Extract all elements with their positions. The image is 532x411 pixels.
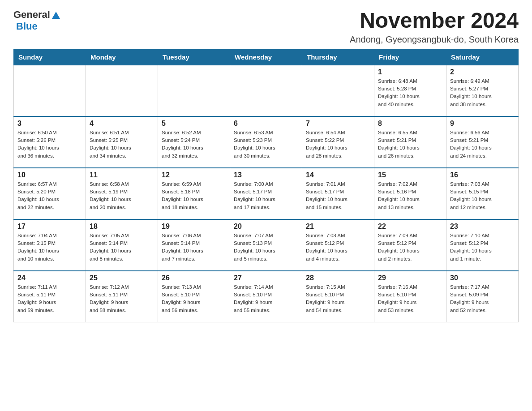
- calendar-cell: 25Sunrise: 7:12 AM Sunset: 5:11 PM Dayli…: [86, 271, 158, 322]
- day-number: 21: [306, 223, 370, 231]
- calendar-cell: 13Sunrise: 7:00 AM Sunset: 5:17 PM Dayli…: [230, 168, 302, 219]
- calendar-cell: 11Sunrise: 6:58 AM Sunset: 5:19 PM Dayli…: [86, 168, 158, 219]
- day-info: Sunrise: 7:02 AM Sunset: 5:16 PM Dayligh…: [378, 180, 442, 211]
- day-number: 22: [378, 223, 442, 231]
- day-number: 24: [17, 274, 82, 282]
- calendar-cell: 7Sunrise: 6:54 AM Sunset: 5:22 PM Daylig…: [302, 116, 374, 168]
- calendar-table: SundayMondayTuesdayWednesdayThursdayFrid…: [13, 49, 519, 323]
- day-info: Sunrise: 7:04 AM Sunset: 5:15 PM Dayligh…: [17, 232, 82, 263]
- calendar-week-2: 3Sunrise: 6:50 AM Sunset: 5:26 PM Daylig…: [14, 116, 519, 168]
- day-number: 11: [90, 171, 154, 179]
- calendar-week-3: 10Sunrise: 6:57 AM Sunset: 5:20 PM Dayli…: [14, 168, 519, 219]
- day-info: Sunrise: 6:51 AM Sunset: 5:25 PM Dayligh…: [90, 129, 154, 160]
- day-number: 27: [234, 274, 298, 282]
- calendar-cell: [302, 65, 374, 116]
- day-info: Sunrise: 7:12 AM Sunset: 5:11 PM Dayligh…: [90, 283, 154, 314]
- calendar-cell: 29Sunrise: 7:16 AM Sunset: 5:10 PM Dayli…: [374, 271, 446, 322]
- day-info: Sunrise: 6:48 AM Sunset: 5:28 PM Dayligh…: [378, 77, 442, 108]
- calendar-cell: 17Sunrise: 7:04 AM Sunset: 5:15 PM Dayli…: [14, 219, 86, 271]
- day-info: Sunrise: 6:55 AM Sunset: 5:21 PM Dayligh…: [378, 129, 442, 160]
- calendar-cell: 10Sunrise: 6:57 AM Sunset: 5:20 PM Dayli…: [14, 168, 86, 219]
- page-title: November 2024: [350, 9, 519, 33]
- day-info: Sunrise: 7:08 AM Sunset: 5:12 PM Dayligh…: [306, 232, 370, 263]
- day-info: Sunrise: 6:49 AM Sunset: 5:27 PM Dayligh…: [450, 77, 515, 108]
- calendar-header-sunday: Sunday: [14, 49, 86, 65]
- day-number: 8: [378, 120, 442, 128]
- calendar-header-thursday: Thursday: [302, 49, 374, 65]
- calendar-header-row: SundayMondayTuesdayWednesdayThursdayFrid…: [14, 49, 519, 65]
- calendar-cell: [230, 65, 302, 116]
- calendar-header-saturday: Saturday: [446, 49, 519, 65]
- day-info: Sunrise: 6:56 AM Sunset: 5:21 PM Dayligh…: [450, 129, 515, 160]
- day-number: 13: [234, 171, 298, 179]
- day-number: 6: [234, 120, 298, 128]
- calendar-cell: 12Sunrise: 6:59 AM Sunset: 5:18 PM Dayli…: [158, 168, 230, 219]
- day-info: Sunrise: 7:16 AM Sunset: 5:10 PM Dayligh…: [378, 283, 442, 314]
- day-info: Sunrise: 7:09 AM Sunset: 5:12 PM Dayligh…: [378, 232, 442, 263]
- day-info: Sunrise: 7:13 AM Sunset: 5:10 PM Dayligh…: [162, 283, 226, 314]
- day-info: Sunrise: 7:05 AM Sunset: 5:14 PM Dayligh…: [90, 232, 154, 263]
- day-number: 10: [17, 171, 82, 179]
- calendar-header-tuesday: Tuesday: [158, 49, 230, 65]
- logo: General Blue: [13, 9, 61, 32]
- day-info: Sunrise: 6:54 AM Sunset: 5:22 PM Dayligh…: [306, 129, 370, 160]
- day-info: Sunrise: 7:15 AM Sunset: 5:10 PM Dayligh…: [306, 283, 370, 314]
- calendar-cell: 1Sunrise: 6:48 AM Sunset: 5:28 PM Daylig…: [374, 65, 446, 116]
- day-info: Sunrise: 6:59 AM Sunset: 5:18 PM Dayligh…: [162, 180, 226, 211]
- day-number: 18: [90, 223, 154, 231]
- svg-marker-0: [52, 12, 60, 19]
- calendar-cell: 4Sunrise: 6:51 AM Sunset: 5:25 PM Daylig…: [86, 116, 158, 168]
- day-number: 19: [162, 223, 226, 231]
- calendar-cell: 21Sunrise: 7:08 AM Sunset: 5:12 PM Dayli…: [302, 219, 374, 271]
- day-number: 1: [378, 68, 442, 76]
- day-number: 9: [450, 120, 515, 128]
- day-number: 28: [306, 274, 370, 282]
- calendar-cell: 5Sunrise: 6:52 AM Sunset: 5:24 PM Daylig…: [158, 116, 230, 168]
- day-number: 14: [306, 171, 370, 179]
- calendar-cell: 23Sunrise: 7:10 AM Sunset: 5:12 PM Dayli…: [446, 219, 519, 271]
- calendar-cell: 2Sunrise: 6:49 AM Sunset: 5:27 PM Daylig…: [446, 65, 519, 116]
- calendar-cell: 28Sunrise: 7:15 AM Sunset: 5:10 PM Dayli…: [302, 271, 374, 322]
- calendar-cell: 8Sunrise: 6:55 AM Sunset: 5:21 PM Daylig…: [374, 116, 446, 168]
- day-number: 26: [162, 274, 226, 282]
- day-number: 29: [378, 274, 442, 282]
- day-number: 23: [450, 223, 515, 231]
- logo-general-text: General: [13, 9, 50, 21]
- calendar-cell: 16Sunrise: 7:03 AM Sunset: 5:15 PM Dayli…: [446, 168, 519, 219]
- day-number: 15: [378, 171, 442, 179]
- day-number: 7: [306, 120, 370, 128]
- calendar-cell: 27Sunrise: 7:14 AM Sunset: 5:10 PM Dayli…: [230, 271, 302, 322]
- day-number: 12: [162, 171, 226, 179]
- calendar-cell: 9Sunrise: 6:56 AM Sunset: 5:21 PM Daylig…: [446, 116, 519, 168]
- page-subtitle: Andong, Gyeongsangbuk-do, South Korea: [350, 34, 519, 45]
- day-number: 16: [450, 171, 515, 179]
- calendar-cell: 19Sunrise: 7:06 AM Sunset: 5:14 PM Dayli…: [158, 219, 230, 271]
- day-number: 20: [234, 223, 298, 231]
- calendar-header-wednesday: Wednesday: [230, 49, 302, 65]
- day-info: Sunrise: 7:11 AM Sunset: 5:11 PM Dayligh…: [17, 283, 82, 314]
- day-info: Sunrise: 7:17 AM Sunset: 5:09 PM Dayligh…: [450, 283, 515, 314]
- day-info: Sunrise: 7:14 AM Sunset: 5:10 PM Dayligh…: [234, 283, 298, 314]
- day-number: 2: [450, 68, 515, 76]
- calendar-cell: 14Sunrise: 7:01 AM Sunset: 5:17 PM Dayli…: [302, 168, 374, 219]
- page-header: General Blue November 2024 Andong, Gyeon…: [13, 9, 519, 45]
- day-info: Sunrise: 7:06 AM Sunset: 5:14 PM Dayligh…: [162, 232, 226, 263]
- logo-triangle-icon: [51, 11, 61, 20]
- day-number: 25: [90, 274, 154, 282]
- day-number: 3: [17, 120, 82, 128]
- calendar-header-friday: Friday: [374, 49, 446, 65]
- calendar-cell: [86, 65, 158, 116]
- calendar-cell: 24Sunrise: 7:11 AM Sunset: 5:11 PM Dayli…: [14, 271, 86, 322]
- calendar-cell: 26Sunrise: 7:13 AM Sunset: 5:10 PM Dayli…: [158, 271, 230, 322]
- calendar-cell: 18Sunrise: 7:05 AM Sunset: 5:14 PM Dayli…: [86, 219, 158, 271]
- calendar-cell: 6Sunrise: 6:53 AM Sunset: 5:23 PM Daylig…: [230, 116, 302, 168]
- calendar-cell: 15Sunrise: 7:02 AM Sunset: 5:16 PM Dayli…: [374, 168, 446, 219]
- title-block: November 2024 Andong, Gyeongsangbuk-do, …: [350, 9, 519, 45]
- calendar-week-4: 17Sunrise: 7:04 AM Sunset: 5:15 PM Dayli…: [14, 219, 519, 271]
- calendar-week-1: 1Sunrise: 6:48 AM Sunset: 5:28 PM Daylig…: [14, 65, 519, 116]
- day-number: 30: [450, 274, 515, 282]
- calendar-cell: [158, 65, 230, 116]
- calendar-cell: 30Sunrise: 7:17 AM Sunset: 5:09 PM Dayli…: [446, 271, 519, 322]
- day-info: Sunrise: 7:01 AM Sunset: 5:17 PM Dayligh…: [306, 180, 370, 211]
- day-info: Sunrise: 7:07 AM Sunset: 5:13 PM Dayligh…: [234, 232, 298, 263]
